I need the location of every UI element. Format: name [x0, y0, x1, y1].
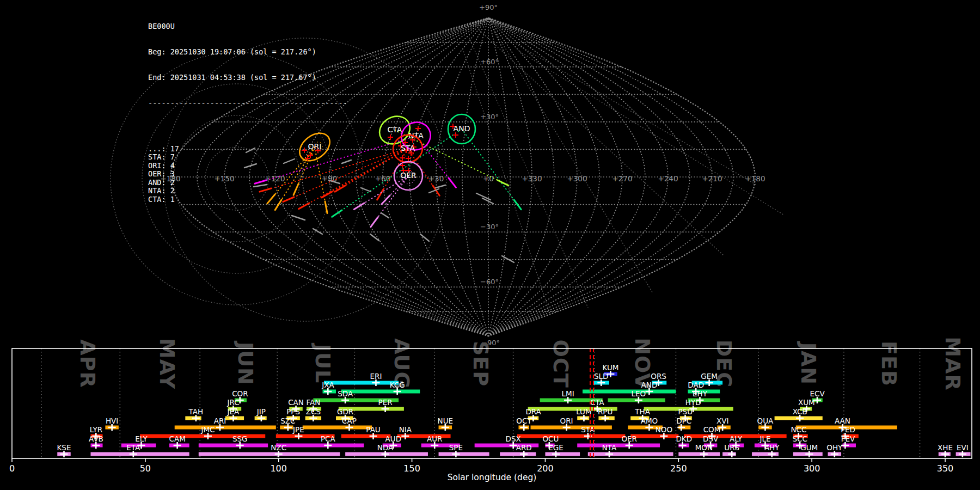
shower-label-jip: JIP	[256, 407, 266, 416]
shower-label-lum: LUM	[576, 407, 591, 416]
shower-bar-ori	[531, 426, 612, 430]
radiant-label-oer: OER	[400, 171, 416, 180]
shower-bar-nzc	[199, 452, 340, 456]
shower-label-com: COM	[703, 425, 721, 434]
shower-label-aly: ALY	[730, 434, 743, 443]
shower-label-cta: CTA	[590, 398, 605, 407]
shower-label-ncc: NCC	[791, 425, 806, 434]
meteor-cta	[498, 180, 509, 186]
shower-label-ocu: OCU	[542, 434, 559, 443]
lon-label: +30	[428, 174, 444, 183]
lon-label: +210	[702, 174, 722, 183]
shower-label-pps: PPS	[286, 407, 300, 416]
shower-label-cor: COR	[232, 389, 248, 398]
sporadic-meteor	[313, 229, 322, 234]
shower-label-and: AND	[641, 381, 658, 389]
month-label-apr: APR	[76, 339, 100, 388]
x-tick-label: 150	[403, 463, 420, 474]
station-id: BE000U	[148, 22, 347, 31]
shower-label-leo: LEO	[632, 389, 646, 398]
shower-label-fev: FEV	[841, 434, 855, 443]
shower-label-oer: OER	[621, 434, 637, 443]
shower-label-ecv: ECV	[810, 389, 825, 398]
shower-label-jxa: JXA	[321, 381, 334, 389]
x-tick-label: 50	[140, 463, 151, 474]
month-label-feb: FEB	[877, 341, 901, 387]
shower-bar-sta	[517, 434, 625, 438]
month-label-sep: SEP	[469, 341, 493, 387]
lat-label: −60°	[480, 278, 499, 286]
sporadic-meteor	[420, 234, 429, 241]
shower-label-spe: SPE	[449, 443, 463, 452]
shower-label-ohy: OHY	[826, 443, 843, 452]
shower-label-ely: ELY	[135, 434, 148, 443]
meteor-nta	[449, 178, 456, 187]
shower-label-noo: NOO	[656, 425, 672, 434]
shower-label-eta: ETA	[126, 443, 140, 452]
end-time: End: 20251031 04:53:38 (sol = 217.67°)	[148, 74, 347, 82]
observation-info: BE000U Beg: 20251030 19:07:06 (sol = 217…	[148, 5, 347, 221]
shower-label-oct: OCT	[516, 416, 532, 425]
shower-label-dpc: DPC	[676, 416, 691, 425]
lat-label: −30°	[480, 223, 499, 231]
shower-label-jmc: JMC	[200, 425, 215, 434]
meteor-trail-and	[462, 129, 514, 200]
shower-label-fed: FED	[841, 425, 855, 434]
shower-label-pca: PCA	[321, 434, 336, 443]
shower-label-ard: ARD	[516, 443, 532, 452]
radiant-meteor-marker	[388, 134, 393, 140]
lon-label: +330	[522, 174, 542, 183]
shower-bar-eri	[324, 381, 399, 385]
shower-label-cap: CAP	[342, 416, 357, 425]
shower-label-ori: ORI	[560, 416, 573, 425]
radiant-meteor-marker	[400, 155, 405, 161]
shower-label-eri: ERI	[370, 372, 382, 381]
radiant-label-sta: STA	[401, 144, 415, 152]
shower-label-scc: SCC	[792, 434, 807, 443]
azimuth-line	[469, 38, 588, 308]
shower-label-lmi: LMI	[561, 389, 574, 398]
shower-bar-noo	[630, 434, 678, 438]
shower-label-rpu: RPU	[598, 407, 612, 416]
shower-label-sda: SDA	[338, 389, 353, 398]
shower-bar-ege	[545, 452, 580, 456]
month-label-jan: JAN	[797, 341, 820, 385]
shower-label-qua: QUA	[757, 416, 774, 425]
shower-label-gum: GUM	[800, 443, 818, 452]
sporadic-meteor	[436, 185, 445, 188]
radiant-label-and: AND	[454, 124, 470, 133]
shower-label-jrc: JRC	[227, 398, 240, 407]
shower-label-jpe: JPE	[292, 425, 304, 434]
radiant-label-cta: CTA	[388, 125, 402, 134]
shower-bar-ard	[500, 452, 536, 456]
shower-label-dkd: DKD	[676, 434, 692, 443]
x-tick-label: 300	[804, 463, 820, 474]
lon-label: +270	[612, 174, 632, 183]
scene-svg: +90°−90°+60°+30°−30°−60°+180+150+120+90+…	[0, 0, 980, 490]
shower-bar-eta	[90, 452, 189, 456]
shower-label-ors: ORS	[651, 372, 666, 381]
sporadic-meteor	[381, 213, 389, 218]
shower-bar-and	[583, 390, 676, 394]
shower-label-gem: GEM	[701, 372, 718, 381]
begin-time: Beg: 20251030 19:07:06 (sol = 217.26°)	[148, 48, 347, 57]
shower-label-fan: FAN	[306, 398, 320, 407]
shower-label-ari: ARI	[214, 416, 226, 425]
lat-label-pole-top: +90°	[479, 3, 498, 11]
shower-label-gdr: GDR	[337, 407, 353, 416]
shower-label-ssg: SSG	[232, 434, 248, 443]
x-tick-label: 250	[670, 463, 687, 474]
lat-label: +30°	[480, 113, 499, 121]
shower-label-psu: PSU	[678, 407, 693, 416]
shower-count: STA: 7	[148, 153, 347, 162]
azimuth-line	[479, 30, 724, 256]
shower-bar-ssg	[199, 444, 268, 448]
shower-count: OER: 3	[148, 170, 347, 179]
shower-label-ehy: EHY	[693, 389, 708, 398]
shower-label-nia: NIA	[399, 425, 412, 434]
shower-label-sld: SLD	[594, 372, 609, 381]
shower-label-cam: CAM	[169, 434, 185, 443]
shower-label-pau: PAU	[366, 425, 380, 434]
shower-label-urs: URS	[724, 443, 739, 452]
shower-label-jea: JEA	[227, 407, 240, 416]
